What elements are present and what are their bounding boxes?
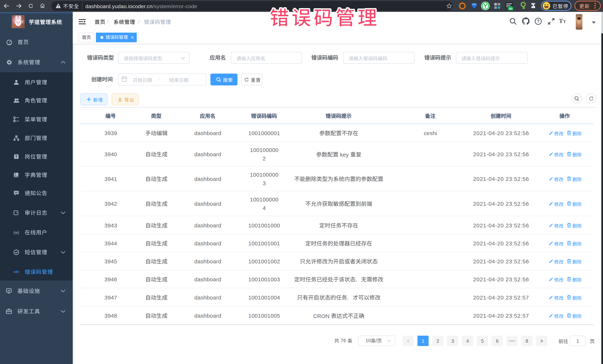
svg-text:(w): (w) bbox=[13, 230, 19, 235]
svg-text:on: on bbox=[509, 7, 512, 10]
svg-text:?: ? bbox=[537, 19, 540, 24]
svg-text:</>: </> bbox=[13, 270, 19, 274]
